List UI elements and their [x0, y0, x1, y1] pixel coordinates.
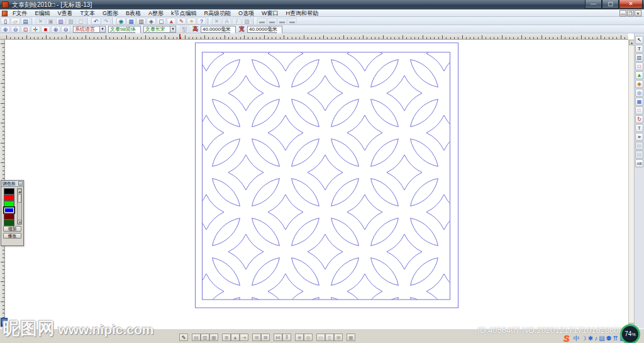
space-h-button[interactable]: ▭	[316, 334, 325, 341]
color-swatch-1[interactable]	[4, 188, 14, 194]
menu-item-9[interactable]: R高级功能	[201, 9, 235, 17]
menu-item-12[interactable]: H查询和帮助	[282, 9, 323, 17]
image-button[interactable]: ▲	[167, 18, 176, 25]
same-height-button[interactable]: ⊠	[261, 334, 270, 341]
disabled-2-button[interactable]: ▭	[635, 150, 643, 159]
open-button[interactable]: ▱	[11, 18, 20, 25]
menu-item-4[interactable]: T文本	[77, 9, 99, 17]
paste-button[interactable]: ▨	[56, 18, 65, 25]
grid-view-button[interactable]: ▦	[347, 334, 355, 341]
mdi-minimize-button[interactable]: —	[619, 10, 626, 16]
canvas-area[interactable]	[5, 40, 628, 329]
node-edit-button[interactable]: ▧	[635, 53, 643, 62]
new-button[interactable]: ▯	[1, 18, 10, 25]
menu-item-11[interactable]: W窗口	[258, 9, 282, 17]
menu-item-6[interactable]: B表格	[122, 9, 145, 17]
color-swatch-2[interactable]	[4, 194, 14, 201]
ime-icon-7[interactable]: ⇈	[613, 334, 618, 343]
select-arrow-button[interactable]: ↖	[635, 36, 643, 44]
zoom-window-button[interactable]: ⊡	[21, 26, 30, 33]
minimize-button[interactable]: —	[585, 0, 602, 9]
font-main-combo[interactable]: 文泰98简体▼	[108, 26, 141, 33]
flip-v-button[interactable]: Ⅱ	[282, 334, 291, 341]
save-button[interactable]: ▤	[21, 18, 30, 25]
grid-button[interactable]: ▦	[126, 18, 136, 25]
close-button[interactable]: ✕	[619, 0, 643, 9]
font-vice-combo[interactable]: 文泰长宋▼	[143, 26, 176, 33]
ime-icon-3[interactable]: ✱	[588, 334, 593, 343]
align-1-button[interactable]: ▬	[257, 18, 267, 25]
palette-scroll-thumb[interactable]	[18, 194, 21, 203]
menu-item-1[interactable]: F文件	[9, 9, 31, 17]
vertical-scrollbar[interactable]: ▲ ▼	[628, 40, 634, 329]
node-line-button[interactable]: /	[232, 18, 242, 25]
color-swatch-4[interactable]	[4, 207, 14, 213]
group-button[interactable]: ⊕	[295, 334, 304, 341]
palette-scrollbar[interactable]: ▲ ▼	[17, 188, 22, 225]
flip-h-button[interactable]: ⋈	[274, 334, 282, 341]
menu-item-10[interactable]: O选项	[235, 9, 258, 17]
node-fill-button[interactable]: ▨	[242, 18, 252, 25]
align-bottom-button[interactable]: ⇥	[240, 334, 248, 341]
zoom-all-button[interactable]: ⊖	[61, 26, 70, 33]
color-grid-button[interactable]: ∷	[635, 106, 643, 115]
combine-button[interactable]: ⊞	[334, 334, 343, 341]
align-2-button[interactable]: ▬	[267, 18, 277, 25]
help-button[interactable]: ?	[197, 18, 206, 25]
rect-tool-button[interactable]: □	[635, 62, 643, 70]
align-3-button[interactable]: ▬	[277, 18, 287, 25]
width-combo[interactable]: 40.0000毫米▼	[247, 26, 282, 33]
text-attr-button[interactable]: T	[635, 124, 643, 132]
menu-item-2[interactable]: E编辑	[31, 9, 54, 17]
align-right-button[interactable]: ▦	[209, 334, 218, 341]
palette-close-icon[interactable]: □	[18, 181, 23, 186]
kern-tool-button[interactable]: AB	[635, 159, 643, 167]
ime-icon-1[interactable]: 中	[574, 334, 580, 343]
shape-button[interactable]: 型	[180, 26, 189, 33]
chevron-down-icon[interactable]: ▼	[170, 26, 175, 32]
draw-order-button[interactable]: ✎	[179, 334, 188, 341]
height-combo[interactable]: 40.0000毫米▼	[201, 26, 236, 33]
fill-tool-button[interactable]: ◆	[635, 80, 643, 88]
print-button[interactable]: ▥	[136, 18, 146, 25]
disabled-1-button[interactable]: ▭	[635, 142, 643, 150]
menu-item-7[interactable]: A整形	[145, 9, 167, 17]
paste-special-button[interactable]: ▧	[66, 18, 75, 25]
redo-button[interactable]: ↷	[101, 18, 111, 25]
ime-icon-5[interactable]: ▤	[599, 334, 604, 343]
menu-item-8[interactable]: k节点编辑	[167, 9, 201, 17]
table-tool-button[interactable]: ▦	[635, 98, 643, 106]
node-a-button[interactable]: A	[222, 18, 231, 25]
preview-button[interactable]: ▢	[157, 18, 166, 25]
color-swatch-3[interactable]	[4, 201, 14, 207]
ime-logo-icon[interactable]: S	[564, 334, 569, 343]
zoom-tool-button[interactable]: ◎	[635, 89, 643, 97]
menu-item-3[interactable]: V查看	[54, 9, 77, 17]
zoom-in-button[interactable]: ⊕	[1, 26, 10, 33]
maximize-button[interactable]: ▢	[602, 0, 619, 9]
palette-scroll-down-icon[interactable]: ▼	[18, 220, 21, 224]
align-4-button[interactable]: ▬	[287, 18, 297, 25]
delete-button[interactable]: ▢	[76, 18, 86, 25]
pen-button[interactable]: ✎	[177, 18, 186, 25]
palette-scroll-up-icon[interactable]: ▲	[18, 189, 21, 193]
pick-tool-button[interactable]: ➢	[635, 133, 643, 141]
same-width-button[interactable]: ⊞	[252, 334, 261, 341]
shape-tool-button[interactable]: ▲	[635, 71, 643, 79]
undo-button[interactable]: ↶	[91, 18, 101, 25]
color-swatch-5[interactable]	[4, 213, 14, 220]
output-button[interactable]: ◈	[147, 18, 156, 25]
align-center-button[interactable]: ▥	[201, 334, 209, 341]
zoom-out-button[interactable]: ⊖	[11, 26, 20, 33]
plot-setup-button[interactable]: ◉	[116, 18, 126, 25]
ime-icon-2[interactable]: ☽	[581, 334, 587, 343]
color-swatch-6[interactable]	[4, 220, 14, 226]
fill-red-button[interactable]: ■	[41, 26, 50, 33]
text-tool-button[interactable]: T	[635, 45, 643, 53]
language-combo[interactable]: 系统语言▼	[73, 26, 106, 33]
space-v-button[interactable]: ▯	[325, 334, 334, 341]
palette-add-button[interactable]: 增加	[3, 226, 21, 232]
chevron-down-icon[interactable]: ▼	[99, 26, 105, 32]
zoom-page-button[interactable]: ⊕	[51, 26, 60, 33]
align-left-button[interactable]: ▤	[192, 334, 201, 341]
